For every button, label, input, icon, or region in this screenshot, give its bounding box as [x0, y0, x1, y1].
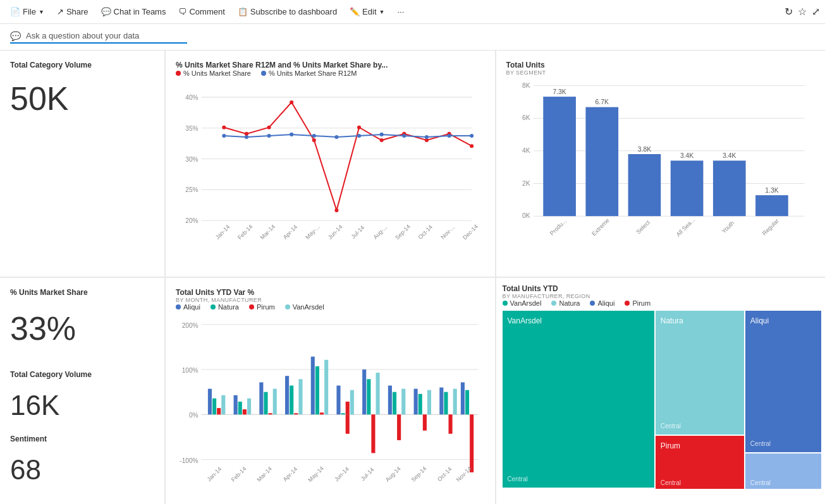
svg-rect-106	[350, 390, 354, 415]
svg-point-17	[380, 138, 384, 142]
ask-input-container[interactable]: 💬 Ask a question about your data	[10, 31, 187, 44]
legend-item-2: % Units Market Share R12M	[261, 69, 357, 77]
svg-text:-100%: -100%	[180, 457, 198, 464]
subscribe-icon: 📋	[238, 7, 248, 16]
svg-rect-82	[208, 389, 212, 415]
svg-text:Jul-14: Jul-14	[350, 224, 366, 240]
treemap-pirum-label: Pirum	[661, 441, 680, 450]
treemap-right-col: Aliqui Central Central	[745, 311, 821, 488]
tile-ytd-var[interactable]: Total Units YTD Var % BY MONTH, MANUFACT…	[166, 278, 495, 504]
svg-rect-121	[449, 414, 453, 434]
svg-text:Feb-14: Feb-14	[230, 465, 248, 483]
svg-rect-123	[461, 382, 465, 414]
refresh-icon[interactable]: ↻	[785, 6, 793, 18]
treemap-pirum-sub: Central	[661, 479, 681, 486]
svg-text:May-...: May-...	[304, 224, 321, 241]
tile-bar-chart[interactable]: Total Units BY SEGMENT 8K 6K 4K 2K 0K 7.…	[496, 51, 826, 277]
svg-point-22	[222, 134, 226, 138]
chat-button[interactable]: 💬 Chat in Teams	[96, 4, 171, 19]
subscribe-button[interactable]: 📋 Subscribe to dashboard	[233, 4, 342, 19]
share-button[interactable]: ↗ Share	[52, 4, 94, 19]
svg-rect-105	[346, 414, 350, 434]
svg-text:Oct-14: Oct-14	[417, 224, 434, 240]
svg-rect-116	[419, 394, 422, 415]
tile-line-chart[interactable]: % Units Market Share R12M and % Units Ma…	[166, 51, 495, 277]
svg-rect-108	[367, 379, 370, 414]
legend-label-2: % Units Market Share R12M	[269, 69, 357, 77]
bar-chart-subtitle: BY SEGMENT	[506, 69, 816, 76]
dashboard: Total Category Volume 50K % Units Market…	[0, 51, 825, 504]
svg-text:Youth: Youth	[720, 220, 735, 235]
svg-point-16	[357, 126, 361, 129]
svg-rect-112	[393, 392, 396, 415]
svg-rect-118	[427, 390, 431, 415]
svg-point-31	[425, 135, 429, 139]
svg-rect-92	[269, 413, 272, 414]
svg-text:Select: Select	[635, 219, 651, 236]
file-chevron: ▼	[39, 9, 44, 15]
tile4-value: 68	[10, 456, 154, 484]
svg-text:Mar-14: Mar-14	[259, 224, 277, 241]
tile-ytd-treemap[interactable]: Total Units YTD BY MANUFACTURER, REGION …	[496, 278, 826, 504]
share-label: Share	[66, 7, 89, 16]
svg-text:Regular: Regular	[761, 218, 779, 237]
svg-rect-68	[712, 160, 745, 216]
svg-text:Jun-14: Jun-14	[333, 465, 350, 483]
svg-rect-86	[234, 395, 238, 415]
treemap-natura: Natura Central	[656, 311, 744, 435]
edit-label: Edit	[362, 7, 376, 16]
svg-text:Feb-14: Feb-14	[236, 224, 254, 241]
fullscreen-icon[interactable]: ⤢	[812, 6, 820, 18]
svg-text:20%: 20%	[185, 217, 198, 224]
chat-label: Chat in Teams	[114, 7, 166, 16]
svg-text:6K: 6K	[522, 114, 530, 121]
svg-rect-104	[346, 402, 350, 414]
edit-button[interactable]: ✏️ Edit ▼	[345, 4, 389, 19]
tile2-title: % Units Market Share	[10, 288, 154, 297]
tile3-container: Total Category Volume 16K	[10, 370, 154, 419]
legend-dot-1	[176, 71, 181, 76]
tile4-container: Sentiment 68	[10, 435, 154, 484]
svg-text:Oct-14: Oct-14	[436, 466, 453, 483]
svg-rect-85	[221, 395, 225, 415]
star-icon[interactable]: ☆	[798, 6, 807, 18]
svg-text:7.3K: 7.3K	[553, 88, 566, 95]
svg-text:200%: 200%	[182, 322, 199, 329]
svg-rect-101	[324, 360, 328, 415]
svg-text:Mar-14: Mar-14	[256, 465, 274, 483]
ytd-var-title: Total Units YTD Var %	[176, 288, 485, 297]
svg-rect-115	[414, 389, 418, 415]
ask-bar: 💬 Ask a question about your data	[0, 24, 825, 51]
comment-button[interactable]: 🗨 Comment	[173, 4, 229, 19]
svg-text:35%: 35%	[185, 125, 198, 132]
file-menu[interactable]: 📄 File ▼	[5, 4, 49, 19]
svg-point-24	[267, 134, 271, 138]
svg-point-13	[290, 100, 293, 104]
line-chart-title: % Units Market Share R12M and % Units Ma…	[176, 61, 485, 69]
file-label: File	[23, 7, 36, 16]
svg-point-33	[470, 134, 474, 138]
svg-rect-94	[285, 376, 289, 414]
toolbar-right: ↻ ☆ ⤢	[785, 6, 820, 18]
svg-text:Jul-14: Jul-14	[360, 466, 376, 482]
treemap-body: VanArsdel Central Natura Central Pirum C…	[503, 311, 819, 488]
svg-text:Jan-14: Jan-14	[206, 465, 223, 483]
svg-point-30	[402, 134, 406, 138]
tile-total-category-volume-50k[interactable]: Total Category Volume 50K	[0, 51, 164, 277]
more-menu[interactable]: ···	[392, 4, 409, 19]
comment-icon: 🗨	[178, 7, 186, 16]
bar-chart-svg: 8K 6K 4K 2K 0K 7.3K Produ... 6.7K Extrem…	[506, 76, 816, 272]
svg-rect-111	[388, 385, 392, 414]
svg-text:Dec-14: Dec-14	[461, 224, 479, 241]
more-icon: ···	[397, 7, 404, 16]
ytd-legend-vanarsdel: VanArsdel	[285, 303, 324, 311]
edit-chevron: ▼	[379, 9, 385, 15]
svg-rect-84	[217, 408, 221, 414]
treemap-legend-natura: Natura	[551, 299, 580, 307]
tile-pct-market-share[interactable]: % Units Market Share 33% Total Category …	[0, 278, 164, 504]
svg-rect-71	[755, 195, 788, 216]
treemap-pirum: Pirum Central	[656, 436, 744, 489]
svg-rect-114	[401, 389, 405, 415]
svg-rect-125	[470, 414, 474, 472]
svg-text:Jun-14: Jun-14	[327, 224, 344, 241]
